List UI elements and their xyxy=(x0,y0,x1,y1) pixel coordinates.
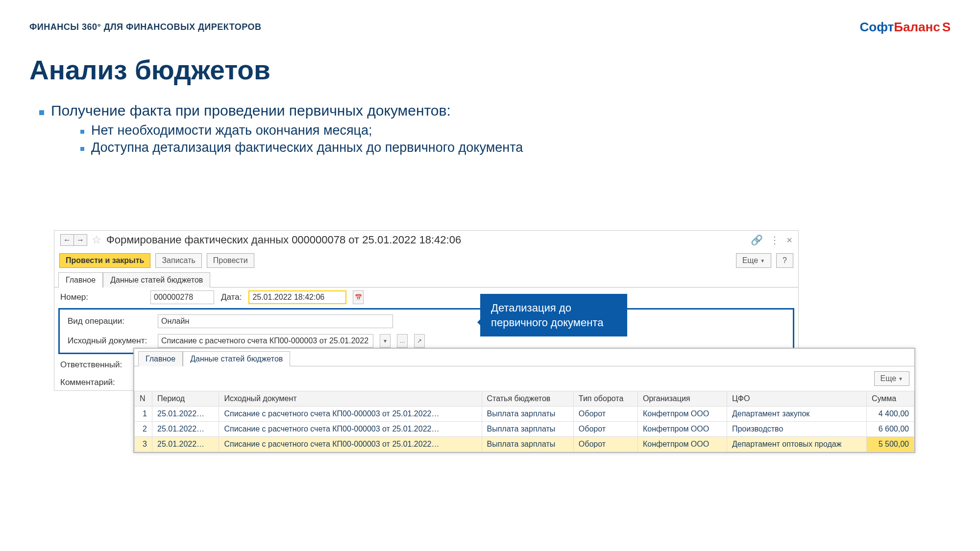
date-label: Дата: xyxy=(221,292,242,302)
save-button[interactable]: Записать xyxy=(155,253,201,268)
cell-srcdoc: Списание с расчетного счета КП00-000003 … xyxy=(219,422,482,437)
logo-glyph-icon: S xyxy=(942,20,951,34)
close-icon[interactable]: × xyxy=(786,235,792,246)
budget-data-table: N Период Исходный документ Статья бюджет… xyxy=(134,391,914,452)
cell-turnover: Оборот xyxy=(573,407,637,422)
table-row[interactable]: 2 25.01.2022… Списание с расчетного счет… xyxy=(135,422,914,437)
operation-type-label: Вид операции: xyxy=(68,316,151,326)
page-header-title: ФИНАНСЫ 360° ДЛЯ ФИНАНСОВЫХ ДИРЕКТОРОВ xyxy=(29,22,262,32)
col-n[interactable]: N xyxy=(135,391,152,407)
cell-article: Выплата зарплаты xyxy=(482,407,573,422)
bullet-sub-1: Нет необходимости ждать окончания месяца… xyxy=(80,123,951,138)
help-button[interactable]: ? xyxy=(776,253,793,268)
cell-period: 25.01.2022… xyxy=(152,437,219,452)
comment-label: Комментарий: xyxy=(60,378,144,387)
more-button[interactable]: Еще▼ xyxy=(736,253,771,268)
budget-data-window: Главное Данные статей бюджетов Еще▼ N Пе… xyxy=(133,348,915,453)
col-turnover[interactable]: Тип оборота xyxy=(573,391,637,407)
table-more-button[interactable]: Еще▼ xyxy=(874,371,909,386)
cell-article: Выплата зарплаты xyxy=(482,422,573,437)
cell-cfo: Департамент закупок xyxy=(727,407,866,422)
bullet-top: Получение факта при проведении первичных… xyxy=(51,102,451,119)
logo-soft: Софт xyxy=(860,20,894,34)
cell-sum: 6 600,00 xyxy=(866,422,914,437)
responsible-label: Ответственный: xyxy=(60,360,144,370)
date-input[interactable]: 25.01.2022 18:42:06 xyxy=(248,290,346,304)
cell-org: Конфетпром ООО xyxy=(638,407,727,422)
col-sum[interactable]: Сумма xyxy=(866,391,914,407)
window-title: Формирование фактических данных 00000007… xyxy=(106,234,461,246)
cell-n: 3 xyxy=(135,437,152,452)
col-cfo[interactable]: ЦФО xyxy=(727,391,866,407)
cell-sum: 5 500,00 xyxy=(866,437,914,452)
favorite-star-icon[interactable]: ☆ xyxy=(92,234,101,246)
source-doc-select-button[interactable]: … xyxy=(397,334,408,348)
nav-back-button[interactable]: ← xyxy=(60,234,74,246)
post-button[interactable]: Провести xyxy=(207,253,254,268)
cell-article: Выплата зарплаты xyxy=(482,437,573,452)
bullet-sub-2: Доступна детализация фактических данных … xyxy=(80,140,951,155)
link-icon[interactable]: 🔗 xyxy=(751,234,763,246)
cell-srcdoc: Списание с расчетного счета КП00-000003 … xyxy=(219,407,482,422)
tab2-budget-data[interactable]: Данные статей бюджетов xyxy=(183,351,290,366)
source-doc-label: Исходный документ: xyxy=(68,336,151,346)
cell-org: Конфетпром ООО xyxy=(638,437,727,452)
tab-budget-data[interactable]: Данные статей бюджетов xyxy=(103,272,210,287)
source-doc-open-icon[interactable]: ↗ xyxy=(414,334,425,348)
chevron-down-icon: ▼ xyxy=(898,376,903,382)
operation-type-input[interactable]: Онлайн xyxy=(158,314,393,328)
cell-sum: 4 400,00 xyxy=(866,407,914,422)
source-doc-input[interactable]: Списание с расчетного счета КП00-000003 … xyxy=(158,334,373,348)
more-menu-icon[interactable]: ⋮ xyxy=(770,234,780,246)
highlighted-source-section: Вид операции: Онлайн Исходный документ: … xyxy=(58,308,794,354)
logo: СофтБалансS xyxy=(860,20,951,35)
slide-title: Анализ бюджетов xyxy=(29,54,951,86)
cell-srcdoc: Списание с расчетного счета КП00-000003 … xyxy=(219,437,482,452)
table-row[interactable]: 1 25.01.2022… Списание с расчетного счет… xyxy=(135,407,914,422)
callout-annotation: Детализация до первичного документа xyxy=(480,294,627,336)
cell-cfo: Департамент оптовых продаж xyxy=(727,437,866,452)
number-label: Номер: xyxy=(60,292,144,302)
calendar-icon[interactable]: 📅 xyxy=(353,290,364,304)
col-article[interactable]: Статья бюджетов xyxy=(482,391,573,407)
logo-balance: Баланс xyxy=(894,20,940,34)
chevron-down-icon: ▼ xyxy=(760,258,765,264)
tab2-main[interactable]: Главное xyxy=(138,351,183,366)
cell-n: 2 xyxy=(135,422,152,437)
cell-turnover: Оборот xyxy=(573,422,637,437)
cell-n: 1 xyxy=(135,407,152,422)
cell-period: 25.01.2022… xyxy=(152,407,219,422)
col-srcdoc[interactable]: Исходный документ xyxy=(219,391,482,407)
nav-forward-button[interactable]: → xyxy=(74,234,87,246)
col-org[interactable]: Организация xyxy=(638,391,727,407)
table-row[interactable]: 3 25.01.2022… Списание с расчетного счет… xyxy=(135,437,914,452)
post-and-close-button[interactable]: Провести и закрыть xyxy=(59,253,150,268)
cell-period: 25.01.2022… xyxy=(152,422,219,437)
cell-cfo: Производство xyxy=(727,422,866,437)
number-input[interactable]: 000000278 xyxy=(150,290,214,304)
tab-main[interactable]: Главное xyxy=(58,272,103,287)
cell-org: Конфетпром ООО xyxy=(638,422,727,437)
source-doc-dropdown-icon[interactable]: ▾ xyxy=(380,334,391,348)
cell-turnover: Оборот xyxy=(573,437,637,452)
col-period[interactable]: Период xyxy=(152,391,219,407)
